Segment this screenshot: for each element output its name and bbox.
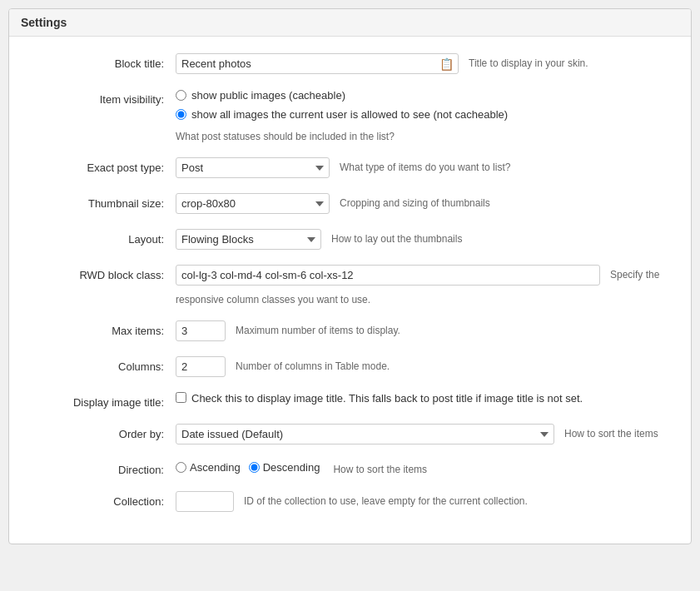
display-image-title-row: Display image title: Check this to displ… (26, 392, 666, 409)
direction-hint: How to sort the items (328, 459, 427, 475)
rwd-label: RWD block class: (26, 265, 176, 281)
visibility-all-label[interactable]: show all images the current user is allo… (191, 108, 508, 121)
layout-control: Flowing Blocks How to lay out the thumbn… (176, 229, 666, 250)
visibility-public-label[interactable]: show public images (cacheable) (191, 89, 345, 102)
display-image-title-label: Display image title: (26, 392, 176, 409)
thumbnail-size-row: Thumbnail size: crop-80x80 Cropping and … (26, 193, 666, 214)
direction-row: Direction: Ascending Descending How to s… (26, 459, 666, 476)
layout-select[interactable]: Flowing Blocks (176, 229, 321, 250)
max-items-row: Max items: Maximum number of items to di… (26, 320, 666, 341)
direction-label: Direction: (26, 459, 176, 476)
order-by-label: Order by: (26, 424, 176, 440)
panel-header: Settings (9, 9, 691, 37)
direction-ascending: Ascending (176, 461, 241, 474)
columns-input[interactable] (176, 356, 226, 377)
max-items-control: Maximum number of items to display. (176, 320, 666, 341)
rwd-input[interactable] (176, 265, 600, 286)
layout-label: Layout: (26, 229, 176, 246)
visibility-radio-group: show public images (cacheable) show all … (176, 89, 508, 142)
rwd-block-class-row: RWD block class: Specify the responsive … (26, 265, 666, 305)
columns-row: Columns: Number of columns in Table mode… (26, 356, 666, 377)
settings-panel: Settings Block title: 📋 Title to display… (8, 8, 692, 544)
direction-descending: Descending (249, 461, 320, 474)
visibility-all-radio[interactable] (176, 109, 186, 120)
columns-control: Number of columns in Table mode. (176, 356, 666, 377)
direction-control: Ascending Descending How to sort the ite… (176, 459, 666, 475)
order-by-hint: How to sort the items (559, 424, 658, 440)
max-items-label: Max items: (26, 320, 176, 337)
direction-options: Ascending Descending How to sort the ite… (176, 459, 427, 475)
item-visibility-control: show public images (cacheable) show all … (176, 89, 666, 142)
block-title-row: Block title: 📋 Title to display in your … (26, 53, 666, 74)
direction-ascending-radio[interactable] (176, 462, 186, 473)
post-type-row: Exact post type: Post What type of items… (26, 157, 666, 178)
visibility-option-all: show all images the current user is allo… (176, 108, 508, 121)
layout-row: Layout: Flowing Blocks How to lay out th… (26, 229, 666, 250)
item-visibility-row: Item visibility: show public images (cac… (26, 89, 666, 142)
columns-hint: Number of columns in Table mode. (231, 356, 390, 372)
columns-label: Columns: (26, 356, 176, 373)
display-image-title-control: Check this to display image title. This … (176, 392, 666, 405)
direction-descending-label[interactable]: Descending (263, 461, 320, 474)
post-type-hint: What type of items do you want to list? (335, 157, 510, 173)
layout-hint: How to lay out the thumbnails (326, 229, 462, 245)
order-by-select[interactable]: Date issued (Default) (176, 424, 554, 444)
post-type-label: Exact post type: (26, 157, 176, 174)
order-by-row: Order by: Date issued (Default) How to s… (26, 424, 666, 444)
post-type-select[interactable]: Post (176, 157, 330, 178)
max-items-hint: Maximum number of items to display. (231, 320, 400, 336)
thumbnail-size-control: crop-80x80 Cropping and sizing of thumbn… (176, 193, 666, 214)
direction-descending-radio[interactable] (249, 462, 260, 473)
collection-control: ID of the collection to use, leave empty… (176, 491, 666, 512)
item-visibility-label: Item visibility: (26, 89, 176, 106)
direction-ascending-label[interactable]: Ascending (190, 461, 241, 474)
block-title-hint: Title to display in your skin. (464, 53, 588, 69)
thumbnail-size-select[interactable]: crop-80x80 (176, 193, 330, 214)
block-title-input[interactable] (176, 53, 459, 74)
rwd-hint2: responsive column classes you want to us… (176, 294, 666, 305)
visibility-hint: What post statuses should be included in… (176, 131, 508, 142)
panel-title: Settings (21, 16, 67, 29)
visibility-public-radio[interactable] (176, 90, 186, 101)
max-items-input[interactable] (176, 320, 226, 341)
post-type-control: Post What type of items do you want to l… (176, 157, 666, 178)
display-image-title-checkbox-row: Check this to display image title. This … (176, 392, 583, 405)
rwd-hint1: Specify the (605, 265, 659, 281)
display-image-title-hint: Check this to display image title. This … (191, 392, 583, 405)
collection-hint: ID of the collection to use, leave empty… (239, 491, 528, 507)
thumbnail-size-hint: Cropping and sizing of thumbnails (335, 193, 490, 209)
visibility-option-public: show public images (cacheable) (176, 89, 508, 102)
rwd-control: Specify the responsive column classes yo… (176, 265, 666, 305)
order-by-control: Date issued (Default) How to sort the it… (176, 424, 666, 444)
collection-label: Collection: (26, 491, 176, 508)
collection-row: Collection: ID of the collection to use,… (26, 491, 666, 512)
block-title-control: 📋 Title to display in your skin. (176, 53, 666, 74)
panel-body: Block title: 📋 Title to display in your … (9, 37, 691, 544)
thumbnail-size-label: Thumbnail size: (26, 193, 176, 210)
collection-input[interactable] (176, 491, 234, 512)
block-title-label: Block title: (26, 53, 176, 70)
title-input-wrapper: 📋 (176, 53, 459, 74)
display-image-title-checkbox[interactable] (176, 392, 186, 403)
